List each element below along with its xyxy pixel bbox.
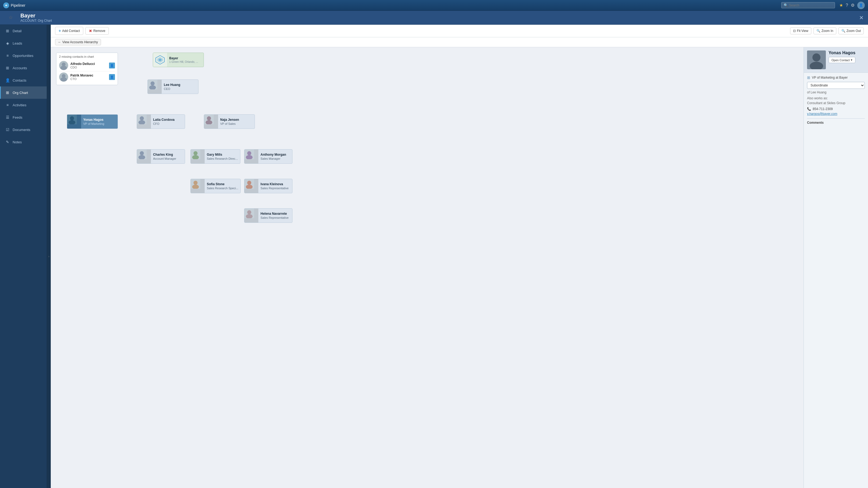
sidebar-label-activities: Activities: [12, 103, 26, 107]
close-button[interactable]: ✕: [859, 14, 864, 21]
phone-icon: 📞: [807, 107, 811, 111]
sidebar-item-contacts[interactable]: 👤 Contacts: [0, 74, 47, 87]
add-missing-contact-2-button[interactable]: 👤: [109, 74, 115, 80]
add-missing-contact-1-button[interactable]: 👤: [109, 63, 115, 68]
relationship-select[interactable]: Subordinate: [807, 82, 865, 89]
user-avatar[interactable]: 👤: [857, 2, 865, 9]
cfo-name: Latia Cordova: [153, 118, 175, 122]
node-sales-rep-2[interactable]: Helena Navarrete Sales Representative: [244, 208, 292, 223]
sm-role: Sales Manager: [260, 157, 286, 160]
company-info: Bayer 1 Green Hill, Orlando, ...: [167, 55, 200, 65]
sidebar-label-contacts: Contacts: [12, 78, 26, 83]
rp-email[interactable]: y.hargos@bayer.com: [807, 112, 865, 116]
sr1-info: Ivana Kleinova Sales Representative: [258, 181, 291, 191]
feeds-icon: ☰: [5, 115, 10, 120]
sidebar-label-detail: Detail: [12, 29, 22, 33]
account-name: Bayer: [21, 12, 52, 19]
cfo-avatar: [137, 115, 151, 129]
node-account-manager[interactable]: Charles King Account Manager: [137, 149, 185, 164]
view-accounts-hierarchy-button[interactable]: ← View Accounts Hierarchy: [55, 39, 101, 45]
sidebar-item-detail[interactable]: ⊞ Detail: [0, 25, 47, 37]
zoom-in-label: Zoom In: [822, 29, 833, 33]
account-star[interactable]: ☆: [4, 11, 17, 25]
srd-role: Sales Research Direc...: [207, 157, 238, 160]
cfo-role: CFO: [153, 122, 175, 125]
rp-phone: 854-711-2309: [813, 107, 833, 111]
rp-contact-info: Yonas Hagos Open Contact ▾: [829, 51, 856, 63]
vpm-info: Yonas Hagos VP of Marketing: [81, 117, 106, 127]
svg-point-52: [193, 181, 197, 185]
zoom-out-button[interactable]: 🔍 Zoom Out: [838, 27, 864, 34]
zoom-out-icon: 🔍: [841, 29, 845, 33]
remove-button[interactable]: ✖ Remove: [85, 27, 109, 35]
am-avatar: [137, 150, 151, 163]
ceo-info: Lee Huang CEO: [162, 82, 182, 92]
sr1-avatar: [244, 179, 258, 193]
rp-role-text: VP of Marketing at Bayer: [812, 76, 847, 79]
accounts-icon: ⊞: [5, 65, 10, 70]
am-info: Charles King Account Manager: [151, 152, 178, 162]
sidebar-label-feeds: Feeds: [12, 116, 22, 120]
vpm-role: VP of Marketing: [83, 122, 104, 125]
svg-point-61: [812, 54, 820, 62]
account-subtitle: ACCOUNT: Org Chart: [21, 19, 52, 23]
sidebar-label-notes: Notes: [12, 140, 22, 144]
sr1-role: Sales Representative: [260, 187, 289, 190]
favorites-icon[interactable]: ★: [839, 3, 843, 8]
am-name: Charles King: [153, 153, 176, 157]
search-input[interactable]: [789, 3, 832, 7]
contacts-icon: 👤: [5, 78, 10, 83]
search-box[interactable]: 🔍: [781, 2, 835, 8]
node-cfo[interactable]: Latia Cordova CFO: [137, 115, 185, 129]
sr2-avatar: [244, 208, 258, 223]
svg-point-4: [60, 77, 67, 82]
fit-view-icon: ⊡: [793, 29, 796, 33]
sidebar-item-documents[interactable]: ☑ Documents: [0, 124, 47, 136]
srs-avatar: [191, 179, 205, 193]
opportunities-icon: ≡: [5, 53, 10, 58]
logo-icon: [3, 2, 9, 8]
sm-info: Anthony Morgan Sales Manager: [258, 152, 288, 162]
sidebar-item-activities[interactable]: ≡ Activities: [0, 99, 47, 111]
node-vp-sales[interactable]: Naja Jensen VP of Sales: [204, 115, 255, 129]
svg-point-55: [247, 181, 251, 185]
sm-name: Anthony Morgan: [260, 153, 286, 157]
settings-icon[interactable]: ⚙: [851, 3, 855, 8]
fit-view-button[interactable]: ⊡ Fit View: [790, 27, 811, 34]
node-company[interactable]: Bayer 1 Green Hill, Orlando, ...: [153, 53, 204, 67]
sidebar-item-opportunities[interactable]: ≡ Opportunities: [0, 50, 47, 62]
svg-point-37: [140, 116, 144, 120]
rp-body: ⊞ VP of Marketing at Bayer Subordinate o…: [804, 73, 868, 150]
sidebar-item-leads[interactable]: ◈ Leads: [0, 37, 47, 50]
company-address: 1 Green Hill, Orlando, ...: [169, 60, 198, 63]
open-contact-button[interactable]: Open Contact ▾: [829, 57, 856, 63]
zoom-out-label: Zoom Out: [846, 29, 861, 33]
node-sales-manager[interactable]: Anthony Morgan Sales Manager: [244, 149, 292, 164]
node-sales-research-specialist[interactable]: Sofia Stone Sales Research Speci...: [190, 179, 241, 193]
sidebar-label-accounts: Accounts: [12, 66, 27, 70]
topbar: Pipeliner 🔍 ★ ? ⚙ 👤: [0, 0, 868, 11]
vps-info: Naja Jensen VP of Sales: [218, 117, 241, 127]
sidebar-item-feeds[interactable]: ☰ Feeds: [0, 111, 47, 124]
zoom-in-button[interactable]: 🔍 Zoom In: [813, 27, 836, 34]
node-sales-rep-1[interactable]: Ivana Kleinova Sales Representative: [244, 179, 292, 193]
rp-comments-section: Comments: [807, 118, 865, 147]
add-contact-button[interactable]: + Add Contact: [55, 27, 83, 35]
sidebar-collapse[interactable]: ›: [47, 25, 51, 488]
sr1-name: Ivana Kleinova: [260, 182, 289, 187]
ceo-role: CEO: [164, 87, 180, 91]
sidebar-item-accounts[interactable]: ⊞ Accounts: [0, 62, 47, 74]
srd-avatar: [191, 150, 205, 163]
sidebar-item-org-chart[interactable]: ⊞ Org Chart: [0, 87, 47, 99]
main-layout: ⊞ Detail ◈ Leads ≡ Opportunities ⊞ Accou…: [0, 25, 868, 488]
sidebar-label-leads: Leads: [12, 41, 22, 45]
node-vp-marketing[interactable]: Yonas Hagos VP of Marketing: [67, 115, 118, 129]
fit-view-label: Fit View: [797, 29, 808, 33]
rp-comments-body[interactable]: [807, 126, 865, 147]
srs-role: Sales Research Speci...: [207, 187, 238, 190]
node-ceo[interactable]: Lee Huang CEO: [148, 79, 198, 94]
svg-point-31: [150, 82, 154, 85]
sidebar-item-notes[interactable]: ✎ Notes: [0, 136, 47, 148]
node-sales-research-director[interactable]: Gary Mills Sales Research Direc...: [190, 149, 240, 164]
help-icon[interactable]: ?: [846, 3, 848, 8]
